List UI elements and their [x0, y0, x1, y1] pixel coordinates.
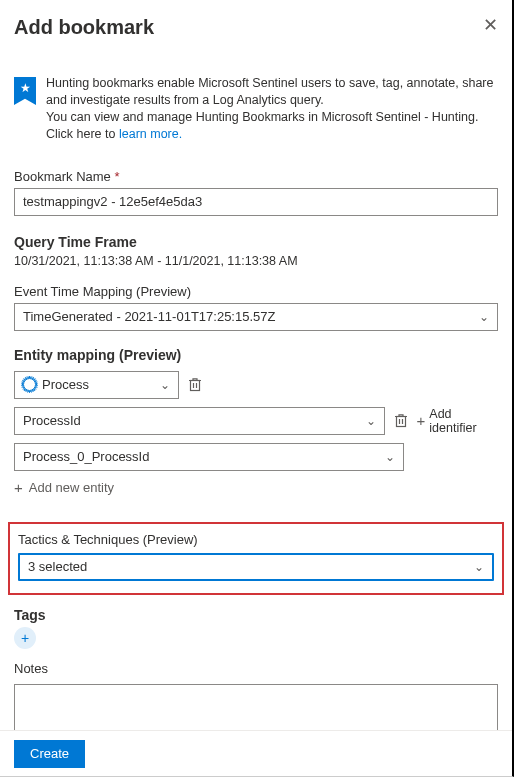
delete-identifier-button[interactable]: [393, 413, 408, 429]
add-identifier-button[interactable]: + Add identifier: [417, 407, 498, 435]
learn-more-link[interactable]: learn more.: [119, 127, 182, 141]
query-time-frame-label: Query Time Frame: [14, 234, 498, 250]
tactics-label: Tactics & Techniques (Preview): [18, 532, 494, 547]
close-icon[interactable]: ✕: [483, 16, 498, 34]
bookmark-name-input[interactable]: [14, 188, 498, 216]
notes-label: Notes: [14, 661, 498, 676]
event-time-mapping-label: Event Time Mapping (Preview): [14, 284, 498, 299]
add-entity-button[interactable]: + Add new entity: [14, 479, 498, 496]
trash-icon: [394, 413, 408, 428]
chevron-down-icon: ⌄: [385, 450, 395, 464]
tags-label: Tags: [14, 607, 498, 623]
query-time-frame-value: 10/31/2021, 11:13:38 AM - 11/1/2021, 11:…: [14, 254, 498, 268]
plus-icon: +: [21, 630, 29, 646]
event-time-mapping-select[interactable]: TimeGenerated - 2021-11-01T17:25:15.57Z …: [14, 303, 498, 331]
plus-icon: +: [14, 479, 23, 496]
chevron-down-icon: ⌄: [474, 560, 484, 574]
tactics-select[interactable]: 3 selected ⌄: [18, 553, 494, 581]
process-icon: [23, 378, 36, 391]
intro-text: Hunting bookmarks enable Microsoft Senti…: [46, 75, 498, 143]
tactics-value: 3 selected: [28, 559, 87, 574]
plus-icon: +: [417, 412, 426, 429]
bookmark-name-label: Bookmark Name: [14, 169, 498, 184]
entity-mapping-label: Entity mapping (Preview): [14, 347, 498, 363]
svg-rect-0: [191, 381, 200, 391]
create-button[interactable]: Create: [14, 740, 85, 768]
delete-entity-button[interactable]: [187, 377, 203, 393]
entity-type-select[interactable]: Process ⌄: [14, 371, 179, 399]
intro-line1: Hunting bookmarks enable Microsoft Senti…: [46, 76, 493, 107]
identifier-key-select[interactable]: ProcessId ⌄: [14, 407, 385, 435]
chevron-down-icon: ⌄: [160, 378, 170, 392]
bookmark-icon: [14, 77, 36, 105]
chevron-down-icon: ⌄: [366, 414, 376, 428]
svg-rect-1: [396, 417, 405, 427]
trash-icon: [188, 377, 202, 392]
event-time-mapping-value: TimeGenerated - 2021-11-01T17:25:15.57Z: [23, 309, 275, 324]
intro-line2: You can view and manage Hunting Bookmark…: [46, 110, 478, 124]
identifier-value-select[interactable]: Process_0_ProcessId ⌄: [14, 443, 404, 471]
intro-click-here: Click here to: [46, 127, 115, 141]
footer: Create: [0, 730, 512, 776]
panel-title: Add bookmark: [14, 16, 154, 39]
add-tag-button[interactable]: +: [14, 627, 36, 649]
identifier-key-value: ProcessId: [23, 413, 81, 428]
add-entity-label: Add new entity: [29, 480, 114, 495]
entity-type-value: Process: [42, 377, 89, 392]
identifier-value-value: Process_0_ProcessId: [23, 449, 149, 464]
tactics-highlight: Tactics & Techniques (Preview) 3 selecte…: [8, 522, 504, 595]
chevron-down-icon: ⌄: [479, 310, 489, 324]
add-identifier-label: Add identifier: [429, 407, 498, 435]
